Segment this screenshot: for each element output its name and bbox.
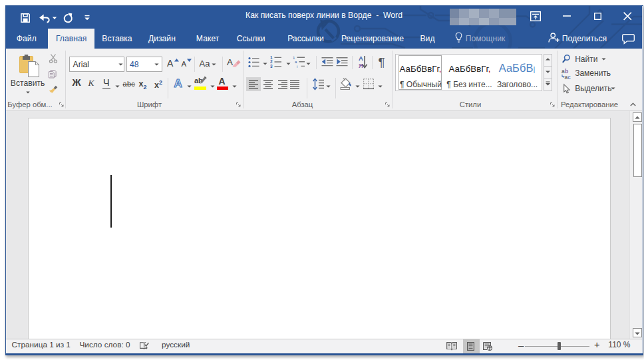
- svg-text:1: 1: [293, 56, 295, 60]
- svg-text:i: i: [297, 65, 297, 69]
- svg-text:А: А: [359, 55, 363, 62]
- svg-text:3: 3: [270, 64, 273, 69]
- svg-text:a: a: [295, 60, 297, 64]
